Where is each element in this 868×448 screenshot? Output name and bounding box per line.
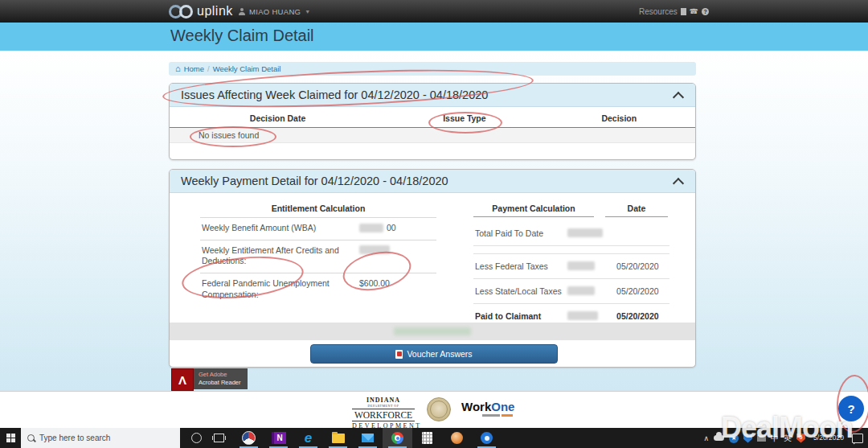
tray-chevron-icon[interactable]: ∧ bbox=[703, 434, 709, 442]
payment-panel-title: Weekly Payment Detail for 04/12/2020 - 0… bbox=[181, 175, 448, 187]
column-header-decision: Decision bbox=[543, 113, 695, 123]
row-label: Weekly Entitlement After Credits and Ded… bbox=[202, 245, 351, 267]
issues-panel: Issues Affecting Week Claimed for 04/12/… bbox=[169, 83, 696, 160]
claimant-info-bar bbox=[170, 323, 695, 340]
orange-shield-icon[interactable]: 5 bbox=[796, 434, 805, 443]
adobe-logo-icon: Λ bbox=[171, 368, 194, 391]
row-date: 05/20/2020 bbox=[608, 261, 668, 271]
uplink-logo[interactable]: uplink bbox=[169, 0, 233, 23]
row-value: 00 bbox=[359, 223, 396, 232]
uplink-logo-text: uplink bbox=[197, 4, 233, 18]
entitlement-heading: Entitlement Calculation bbox=[200, 203, 436, 217]
payment-table: Payment Calculation Date Total Paid To D… bbox=[473, 203, 669, 329]
row-value bbox=[359, 245, 390, 254]
redacted-value bbox=[359, 224, 383, 232]
redacted-value bbox=[567, 228, 603, 237]
footer: INDIANA DEPARTMENT OF WORKFORCE DEVELOPM… bbox=[0, 391, 868, 429]
phone-icon[interactable]: ☎ bbox=[690, 8, 698, 15]
redacted-value bbox=[567, 311, 598, 320]
ime-chinese-indicator[interactable]: 中 bbox=[771, 433, 779, 444]
page-title: Weekly Claim Detail bbox=[170, 27, 314, 45]
indiana-logo-line: WORKFORCE bbox=[352, 409, 415, 421]
table-row: Total Paid To Date bbox=[473, 221, 669, 246]
indiana-state-seal bbox=[427, 397, 451, 421]
row-label: Weekly Benefit Amount (WBA) bbox=[202, 223, 351, 234]
row-value bbox=[567, 284, 608, 298]
row-value: $600.00 bbox=[359, 278, 390, 288]
cortana-icon[interactable] bbox=[191, 433, 202, 443]
voucher-answers-button[interactable]: Voucher Answers bbox=[310, 344, 558, 364]
chrome-icon[interactable] bbox=[383, 428, 412, 448]
get-adobe-reader-badge[interactable]: Λ Get Adobe Acrobat Reader bbox=[171, 368, 248, 389]
issues-panel-title: Issues Affecting Week Claimed for 04/12/… bbox=[181, 88, 488, 101]
issues-panel-header[interactable]: Issues Affecting Week Claimed for 04/12/… bbox=[170, 84, 695, 107]
table-row: Weekly Entitlement After Credits and Ded… bbox=[200, 240, 436, 273]
task-view-icon[interactable] bbox=[214, 434, 224, 442]
table-row: Weekly Benefit Amount (WBA) 00 bbox=[200, 217, 436, 240]
mail-icon[interactable] bbox=[353, 428, 383, 448]
row-value bbox=[567, 226, 608, 240]
user-name: MIAO HUANG bbox=[249, 7, 301, 16]
issues-table-header: Decision Date Issue Type Decision bbox=[170, 107, 695, 128]
onedrive-cloud-icon[interactable] bbox=[714, 435, 724, 441]
payment-panel-header[interactable]: Weekly Payment Detail for 04/12/2020 - 0… bbox=[170, 170, 695, 193]
workone-logo: WorkOne bbox=[461, 400, 514, 417]
calculator-icon[interactable] bbox=[412, 428, 442, 448]
table-row: Federal Pandemic Unemployment Compensati… bbox=[200, 273, 436, 306]
windows-logo-icon bbox=[6, 434, 15, 442]
chevron-up-icon[interactable] bbox=[673, 178, 684, 189]
tray-gray-icon[interactable] bbox=[757, 435, 766, 442]
date-heading: Date bbox=[605, 203, 668, 217]
orange-app-icon[interactable] bbox=[442, 428, 472, 448]
taskbar-clock[interactable]: 5/20/2020 bbox=[810, 434, 847, 442]
breadcrumb-current: Weekly Claim Detail bbox=[213, 64, 281, 73]
blue-app-icon[interactable] bbox=[472, 428, 502, 448]
row-label: Federal Pandemic Unemployment Compensati… bbox=[202, 278, 351, 300]
resources-menu[interactable]: Resources ☎ ? bbox=[639, 0, 709, 23]
column-header-decision-date: Decision Date bbox=[170, 113, 386, 123]
adobe-badge-line1: Get Adobe bbox=[199, 371, 227, 378]
file-explorer-icon[interactable] bbox=[323, 428, 353, 448]
column-header-issue-type: Issue Type bbox=[386, 113, 542, 123]
adobe-badge-text: Get Adobe Acrobat Reader bbox=[194, 368, 248, 389]
redacted-value bbox=[394, 327, 471, 335]
workone-text-blue: One bbox=[491, 400, 514, 413]
round-app-icon[interactable] bbox=[234, 428, 264, 448]
user-menu[interactable]: MIAO HUANG ▼ bbox=[238, 0, 310, 23]
content-area: ⌂ Home / Weekly Claim Detail Issues Affe… bbox=[0, 51, 868, 392]
breadcrumb: ⌂ Home / Weekly Claim Detail bbox=[169, 62, 696, 76]
row-date: 05/20/2020 bbox=[608, 311, 668, 321]
document-icon[interactable] bbox=[681, 8, 686, 15]
ime-english-indicator[interactable]: 英 bbox=[784, 433, 792, 444]
action-center-icon[interactable] bbox=[852, 434, 863, 443]
row-date: 05/20/2020 bbox=[608, 286, 668, 296]
taskbar-search-input[interactable]: Type here to search bbox=[21, 428, 180, 448]
chevron-up-icon[interactable] bbox=[673, 92, 684, 103]
help-icon[interactable]: ? bbox=[702, 8, 709, 15]
start-button[interactable] bbox=[0, 428, 21, 448]
payment-heading: Payment Calculation bbox=[473, 203, 594, 217]
workone-text-black: Work bbox=[461, 400, 491, 413]
indiana-logo-line: INDIANA bbox=[352, 397, 415, 404]
person-icon bbox=[238, 8, 245, 15]
payment-panel-body: Entitlement Calculation Weekly Benefit A… bbox=[170, 193, 695, 367]
breadcrumb-separator: / bbox=[207, 64, 210, 73]
indiana-dwd-logo: INDIANA DEPARTMENT OF WORKFORCE DEVELOPM… bbox=[352, 397, 415, 430]
redacted-value bbox=[359, 245, 390, 254]
onenote-icon[interactable]: N bbox=[264, 428, 293, 448]
page-title-bar: Weekly Claim Detail bbox=[0, 23, 868, 51]
breadcrumb-home-link[interactable]: Home bbox=[184, 64, 204, 73]
star-badge-icon[interactable]: ★ bbox=[729, 434, 739, 443]
row-label: Less State/Local Taxes bbox=[475, 286, 567, 296]
edge-icon[interactable]: e bbox=[293, 428, 323, 448]
payment-panel: Weekly Payment Detail for 04/12/2020 - 0… bbox=[169, 169, 696, 368]
redacted-value bbox=[567, 286, 595, 295]
security-shield-icon[interactable] bbox=[743, 434, 752, 443]
search-icon bbox=[27, 434, 35, 442]
redacted-value bbox=[567, 261, 595, 270]
row-label: Paid to Claimant bbox=[475, 311, 567, 321]
voucher-answers-label: Voucher Answers bbox=[407, 349, 472, 359]
help-button[interactable]: ? bbox=[838, 396, 864, 421]
row-value bbox=[567, 259, 608, 273]
home-icon[interactable]: ⌂ bbox=[175, 64, 181, 73]
